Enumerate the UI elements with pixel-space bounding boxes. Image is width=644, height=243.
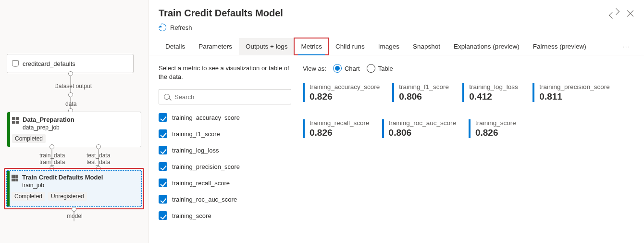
checkbox-icon — [159, 179, 167, 187]
metric-card-name: training_log_loss — [469, 83, 520, 90]
metric-checkbox-row[interactable]: training_recall_score — [159, 179, 291, 187]
metric-card-name: training_roc_auc_score — [389, 119, 456, 127]
metric-card[interactable]: training_roc_auc_score0.806 — [382, 119, 456, 138]
checkbox-icon — [159, 113, 167, 122]
refresh-button[interactable]: Refresh — [149, 22, 202, 38]
node-train-model[interactable]: Train Credit Defaults Model train_job Co… — [6, 170, 142, 207]
step-subtitle: data_prep_job — [23, 124, 74, 132]
port[interactable] — [96, 144, 101, 149]
tab-child-runs[interactable]: Child runs — [329, 38, 372, 55]
details-panel: Train Credit Defaults Model Refresh Deta… — [149, 0, 644, 243]
refresh-icon — [158, 23, 168, 33]
tab-explanations[interactable]: Explanations (preview) — [447, 38, 526, 55]
tab-metrics[interactable]: Metrics — [294, 38, 329, 55]
view-as-chart[interactable]: Chart — [333, 64, 360, 73]
search-input[interactable] — [159, 89, 291, 104]
tab-snapshot[interactable]: Snapshot — [406, 38, 447, 55]
metric-card-value: 0.826 — [310, 128, 370, 138]
port-label: data — [65, 101, 76, 107]
dataset-name: creditcard_defaults — [23, 60, 75, 67]
checkbox-icon — [159, 146, 167, 154]
metric-card-name: training_precision_score — [539, 83, 609, 90]
metric-card-value: 0.806 — [389, 128, 456, 138]
metric-checkbox-label: training_recall_score — [172, 179, 230, 187]
metric-card-name: training_f1_score — [399, 83, 450, 90]
expand-icon[interactable] — [610, 10, 618, 17]
refresh-label: Refresh — [170, 24, 192, 31]
view-as-table[interactable]: Table — [367, 64, 393, 73]
port[interactable] — [50, 144, 54, 149]
checkbox-icon — [159, 129, 167, 138]
component-icon — [12, 117, 19, 124]
selection-highlight: Train Credit Defaults Model train_job Co… — [4, 168, 144, 209]
metric-card[interactable]: training_accuracy_score0.826 — [303, 83, 380, 102]
metric-checkbox-row[interactable]: training_precision_score — [159, 162, 291, 171]
metric-card[interactable]: training_f1_score0.806 — [392, 83, 450, 102]
dataset-icon — [12, 60, 19, 67]
radio-icon — [367, 64, 375, 73]
tab-bar: Details Parameters Outputs + logs Metric… — [149, 38, 644, 55]
status-badge: Completed — [12, 192, 45, 201]
registration-badge: Unregistered — [48, 192, 87, 201]
port[interactable] — [68, 71, 73, 76]
search-icon — [164, 94, 170, 100]
step-title: Train Credit Defaults Model — [22, 174, 103, 182]
radio-label: Chart — [345, 65, 360, 72]
metric-checkbox-row[interactable]: training_log_loss — [159, 146, 291, 154]
metric-checkbox-row[interactable]: training_score — [159, 211, 291, 220]
metric-card-value: 0.412 — [469, 91, 520, 102]
metrics-instruction: Select a metric to see a visualization o… — [159, 64, 291, 81]
checkbox-icon — [159, 195, 167, 204]
metric-card-name: training_accuracy_score — [310, 83, 380, 90]
tab-fairness[interactable]: Fairness (preview) — [526, 38, 593, 55]
step-title: Data_Preparation — [23, 116, 74, 124]
view-as-label: View as: — [303, 65, 326, 72]
tab-parameters[interactable]: Parameters — [192, 38, 239, 55]
tab-outputs-logs[interactable]: Outputs + logs — [239, 38, 294, 55]
checkbox-icon — [159, 211, 167, 220]
checkbox-icon — [159, 162, 167, 171]
port-label: train_data — [39, 152, 65, 159]
metric-checkbox-row[interactable]: training_f1_score — [159, 129, 291, 138]
metric-card-name: training_recall_score — [310, 119, 370, 127]
port[interactable] — [68, 92, 73, 97]
port-label: train_data — [39, 159, 65, 166]
port[interactable] — [72, 207, 76, 212]
radio-label: Table — [378, 65, 393, 72]
metric-checkbox-label: training_log_loss — [172, 147, 219, 154]
tab-images[interactable]: Images — [372, 38, 406, 55]
metric-checkbox-label: training_score — [172, 212, 211, 219]
step-subtitle: train_job — [22, 182, 103, 190]
port-label: test_data — [87, 159, 110, 166]
radio-icon — [333, 64, 342, 73]
metric-checkbox-row[interactable]: training_roc_auc_score — [159, 195, 291, 204]
metric-checkbox-label: training_accuracy_score — [172, 114, 240, 121]
metrics-selector: Select a metric to see a visualization o… — [159, 64, 291, 220]
metric-checkbox-label: training_roc_auc_score — [172, 196, 237, 203]
node-dataset[interactable]: creditcard_defaults — [7, 54, 134, 73]
metric-card-value: 0.826 — [475, 128, 526, 138]
tab-overflow-button[interactable]: ··· — [619, 38, 634, 55]
status-badge: Completed — [12, 134, 46, 143]
pipeline-canvas[interactable]: creditcard_defaults Dataset output data … — [0, 0, 149, 243]
metric-checkbox-row[interactable]: training_accuracy_score — [159, 113, 291, 122]
component-icon — [12, 175, 18, 181]
metric-card[interactable]: training_score0.826 — [469, 119, 526, 138]
port-label: Dataset output — [54, 83, 92, 90]
metric-card[interactable]: training_log_loss0.412 — [462, 83, 520, 102]
metric-card-value: 0.826 — [310, 91, 380, 102]
metric-card-name: training_score — [475, 119, 526, 127]
metric-checkbox-label: training_precision_score — [172, 163, 240, 170]
close-icon[interactable] — [627, 10, 634, 17]
page-title: Train Credit Defaults Model — [159, 8, 283, 19]
metric-card-value: 0.806 — [399, 91, 450, 102]
node-data-preparation[interactable]: Data_Preparation data_prep_job Completed — [7, 112, 141, 147]
search-field[interactable] — [173, 93, 286, 101]
view-as-toggle: View as: Chart Table — [303, 64, 634, 73]
metric-card-value: 0.811 — [539, 91, 609, 102]
metric-card[interactable]: training_precision_score0.811 — [533, 83, 609, 102]
tab-details[interactable]: Details — [159, 38, 192, 55]
metric-card[interactable]: training_recall_score0.826 — [303, 119, 370, 138]
port-label: model — [67, 213, 83, 219]
metric-checkbox-label: training_f1_score — [172, 130, 220, 138]
